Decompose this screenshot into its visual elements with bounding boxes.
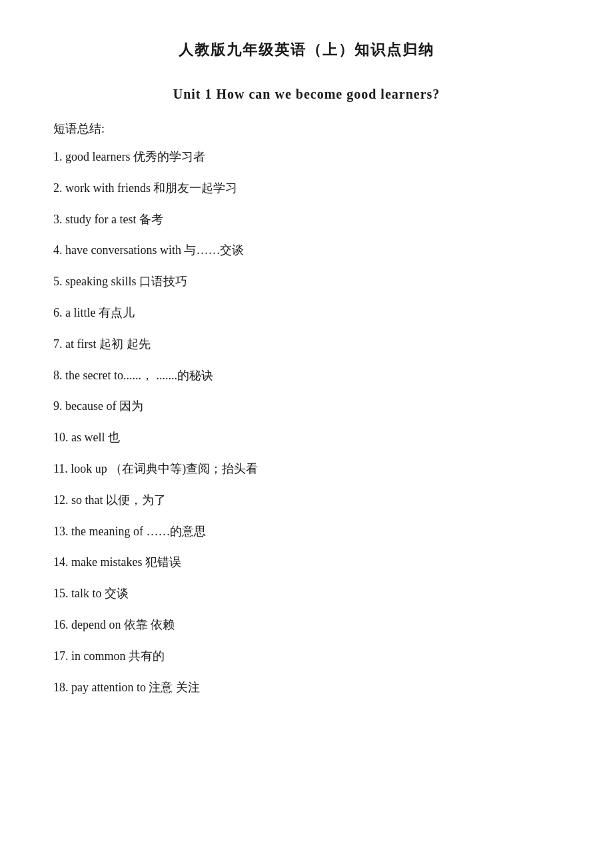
list-item: 10. as well 也 (53, 428, 560, 447)
phrase-chinese: 交谈 (105, 587, 129, 600)
phrase-english: study for a test (65, 213, 139, 226)
phrase-english: speaking skills (65, 275, 139, 288)
list-item: 9. because of 因为 (53, 397, 560, 416)
phrase-english: at first (65, 337, 99, 351)
phrase-chinese: 注意 关注 (149, 681, 200, 694)
phrase-chinese: 口语技巧 (139, 275, 187, 288)
phrase-number: 18. (53, 681, 71, 694)
phrase-chinese: 犯错误 (145, 555, 181, 569)
phrase-chinese: （在词典中等)查阅；抬头看 (110, 462, 258, 475)
phrase-number: 2. (53, 181, 65, 195)
phrase-english: have conversations with (65, 243, 184, 257)
list-item: 1. good learners 优秀的学习者 (53, 147, 560, 167)
phrase-number: 13. (53, 525, 71, 538)
page-wrapper: 人教版九年级英语（上）知识点归纳 Unit 1 How can we becom… (53, 40, 560, 697)
phrase-english: a little (65, 306, 99, 319)
phrase-number: 16. (53, 618, 71, 631)
list-item: 8. the secret to......， .......的秘诀 (53, 366, 560, 385)
phrase-chinese: ……的意思 (146, 525, 206, 538)
phrase-english: pay attention to (71, 681, 149, 694)
phrase-chinese: .......的秘诀 (156, 369, 213, 382)
phrase-number: 12. (53, 493, 71, 507)
phrase-chinese: 起初 起先 (99, 337, 151, 351)
phrase-english: so that (71, 493, 106, 507)
phrase-number: 1. (53, 150, 65, 163)
phrase-number: 15. (53, 587, 71, 600)
list-item: 4. have conversations with 与……交谈 (53, 241, 560, 260)
phrase-number: 7. (53, 337, 65, 351)
list-item: 7. at first 起初 起先 (53, 335, 560, 354)
phrase-chinese: 优秀的学习者 (133, 150, 205, 163)
phrase-number: 5. (53, 275, 65, 288)
list-item: 13. the meaning of ……的意思 (53, 522, 560, 541)
list-item: 16. depend on 依靠 依赖 (53, 615, 560, 635)
phrase-number: 11. (53, 462, 71, 475)
phrase-english: in common (71, 649, 129, 663)
phrase-chinese: 共有的 (129, 649, 165, 663)
phrase-english: the secret to......， (65, 369, 156, 382)
phrase-english: as well (71, 431, 108, 444)
phrase-chinese: 以便，为了 (106, 493, 166, 507)
phrase-english: good learners (65, 150, 133, 163)
phrase-number: 9. (53, 399, 65, 413)
phrase-chinese: 因为 (119, 399, 143, 413)
list-item: 15. talk to 交谈 (53, 584, 560, 603)
phrase-number: 3. (53, 213, 65, 226)
list-item: 18. pay attention to 注意 关注 (53, 678, 560, 697)
phrase-number: 14. (53, 555, 71, 569)
phrase-number: 4. (53, 243, 65, 257)
section-label: 短语总结: (53, 121, 560, 137)
phrase-english: make mistakes (71, 555, 145, 569)
unit-heading: Unit 1 How can we become good learners? (53, 87, 560, 102)
phrase-chinese: 和朋友一起学习 (153, 181, 237, 195)
list-item: 14. make mistakes 犯错误 (53, 553, 560, 572)
phrase-chinese: 也 (108, 431, 120, 444)
phrase-list: 1. good learners 优秀的学习者2. work with frie… (53, 147, 560, 697)
phrase-english: talk to (71, 587, 105, 600)
phrase-number: 17. (53, 649, 71, 663)
phrase-number: 6. (53, 306, 65, 319)
phrase-chinese: 与……交谈 (184, 243, 244, 257)
phrase-number: 10. (53, 431, 71, 444)
list-item: 17. in common 共有的 (53, 647, 560, 666)
phrase-number: 8. (53, 369, 65, 382)
phrase-english: because of (65, 399, 119, 413)
list-item: 5. speaking skills 口语技巧 (53, 272, 560, 291)
page-title: 人教版九年级英语（上）知识点归纳 (53, 40, 560, 60)
phrase-chinese: 有点儿 (99, 306, 135, 319)
list-item: 3. study for a test 备考 (53, 210, 560, 229)
list-item: 11. look up （在词典中等)查阅；抬头看 (53, 459, 560, 479)
phrase-chinese: 依靠 依赖 (124, 618, 175, 631)
phrase-english: look up (71, 462, 110, 475)
list-item: 12. so that 以便，为了 (53, 491, 560, 510)
phrase-english: depend on (71, 618, 124, 631)
phrase-english: the meaning of (71, 525, 146, 538)
list-item: 2. work with friends 和朋友一起学习 (53, 179, 560, 198)
phrase-chinese: 备考 (139, 213, 163, 226)
list-item: 6. a little 有点儿 (53, 303, 560, 323)
phrase-english: work with friends (65, 181, 153, 195)
